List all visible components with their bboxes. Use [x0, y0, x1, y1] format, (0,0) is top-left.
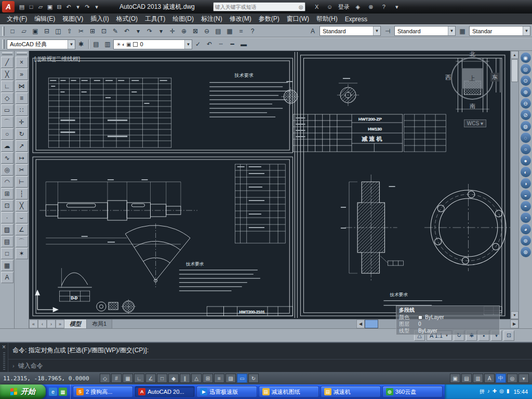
horizontal-scroll-thumb[interactable] — [365, 320, 378, 328]
round-tool-icon-18[interactable]: ⊛ — [521, 247, 531, 257]
offset-icon[interactable]: ≡ — [16, 92, 28, 104]
plot-preview-icon[interactable]: ◫ — [52, 25, 64, 36]
save-icon[interactable]: ▣ — [45, 2, 55, 12]
mirror-icon[interactable]: ⋈ — [16, 81, 28, 92]
property-row[interactable]: 颜色 ByLayer — [396, 314, 499, 321]
redo-dropdown-icon[interactable]: ▾ — [155, 25, 167, 36]
coordinates-readout[interactable]: 11.2315, -18.7965, 0.0000 — [3, 375, 99, 382]
break-icon[interactable]: ╳ — [16, 200, 28, 211]
command-close-icon[interactable]: × — [2, 344, 6, 351]
quick-view-drawings-icon[interactable]: ▥ — [473, 374, 483, 383]
open-icon[interactable]: ▱ — [18, 25, 30, 36]
dynamic-input-icon[interactable]: ⊞ — [203, 374, 213, 383]
help-icon[interactable]: ? — [247, 25, 258, 36]
taskbar-window-button[interactable]: ◍ 360云盘 — [382, 386, 443, 397]
round-tool-icon-15[interactable]: ◔ — [521, 212, 531, 223]
lineweight-toggle-icon[interactable]: ≡ — [214, 374, 224, 383]
designcenter-icon[interactable]: ▦ — [224, 25, 235, 36]
combo-arrow-icon[interactable]: ▼ — [184, 40, 192, 49]
linetype-icon[interactable]: ┄ — [215, 39, 227, 50]
chamfer-icon[interactable]: ∠ — [16, 224, 28, 235]
table-style-icon[interactable]: ▦ — [457, 25, 468, 36]
menu-item[interactable]: 绘图(D) — [169, 14, 197, 24]
menu-item[interactable]: 窗口(W) — [283, 14, 313, 24]
menu-item[interactable]: 工具(T) — [141, 14, 169, 24]
menu-item[interactable]: 参数(P) — [255, 14, 283, 24]
region-icon[interactable]: □ — [1, 248, 14, 259]
quick-properties-icon[interactable]: ▭ — [237, 374, 247, 383]
match-properties-icon[interactable]: ✎ — [110, 25, 121, 36]
style-combo[interactable]: Standard ▼ — [320, 26, 381, 36]
make-block-icon[interactable]: ⊡ — [1, 200, 14, 211]
publish-icon[interactable]: ⇧ — [64, 25, 75, 36]
menu-item[interactable]: 标注(N) — [197, 14, 226, 24]
style-combo[interactable]: Standard ▼ — [394, 26, 456, 36]
break-at-point-icon[interactable]: ┆ — [16, 188, 28, 200]
cut-icon[interactable]: ✂ — [75, 25, 87, 36]
explode-icon[interactable]: ✶ — [16, 248, 28, 259]
taskbar-window-button[interactable]: S 2 搜狗高... — [73, 386, 133, 397]
combo-arrow-icon[interactable]: ▼ — [373, 26, 380, 35]
plot-icon[interactable]: ⊟ — [41, 25, 52, 36]
search-input[interactable] — [215, 4, 299, 10]
gradient-icon[interactable]: ▤ — [1, 236, 14, 247]
property-value[interactable]: 0 — [418, 321, 421, 327]
round-tool-icon-13[interactable]: ◒ — [521, 190, 531, 200]
plot-style-icon[interactable]: ▬ — [238, 39, 249, 50]
menu-item[interactable]: 插入(I) — [87, 14, 112, 24]
layer-properties-icon[interactable]: ▤ — [90, 39, 102, 50]
move-icon[interactable]: ✛ — [16, 116, 28, 128]
arc-icon[interactable]: ⌒ — [1, 116, 14, 128]
round-tool-icon-5[interactable]: ⊖ — [521, 98, 531, 109]
communication-center-icon[interactable]: ◈ — [353, 2, 363, 12]
isolate-objects-icon[interactable]: ◎ — [507, 374, 517, 383]
scale-icon[interactable]: ↗ — [16, 140, 28, 152]
tab-next-icon[interactable]: › — [47, 320, 56, 328]
round-tool-icon-8[interactable]: ◌ — [521, 132, 531, 143]
property-row[interactable]: 图层 0 — [396, 321, 499, 327]
fillet-icon[interactable]: ⌒ — [16, 236, 28, 247]
model-space-canvas[interactable]: 技术要求 — [29, 51, 510, 319]
make-object-layer-current-icon[interactable]: ✓ — [192, 39, 204, 50]
combo-arrow-icon[interactable]: ▼ — [68, 40, 75, 49]
quick-properties-panel[interactable]: 多段线 颜色 ByLayer 图层 0 线型 ByLayer — [396, 305, 500, 335]
grid-display-icon[interactable]: ▦ — [123, 374, 133, 383]
round-tool-icon-17[interactable]: ⊚ — [521, 235, 531, 246]
join-icon[interactable]: ⌣ — [16, 212, 28, 223]
round-tool-icon-11[interactable]: ◐ — [521, 167, 531, 177]
object-snap-icon[interactable]: □ — [157, 374, 167, 383]
rectangle-icon[interactable]: ▭ — [1, 104, 14, 116]
clean-screen-icon[interactable]: ⊡ — [503, 330, 514, 341]
properties-icon[interactable]: ▤ — [212, 25, 224, 36]
round-tool-icon-9[interactable]: ○ — [521, 144, 531, 154]
show-desktop-icon[interactable]: ▦ — [59, 388, 67, 396]
autocad-logo[interactable]: A — [2, 1, 15, 12]
undo-dropdown-icon[interactable]: ▾ — [132, 25, 144, 36]
app-menu-icon[interactable]: ▤ — [17, 2, 26, 12]
copy-icon[interactable]: » — [16, 69, 28, 80]
undo-icon[interactable]: ↶ — [64, 2, 73, 12]
object-snap-tracking-icon[interactable]: ∥ — [180, 374, 190, 383]
help-icon[interactable]: ? — [379, 2, 389, 12]
property-value[interactable]: ByLayer — [425, 314, 444, 320]
revision-cloud-icon[interactable]: ☁ — [1, 140, 14, 152]
menu-item[interactable]: 帮助(H) — [313, 14, 341, 24]
taskbar-window-button[interactable]: ▤ 减速机图纸 — [259, 386, 319, 397]
plot-icon[interactable]: ⊟ — [55, 2, 64, 12]
start-button[interactable]: 开始 — [0, 384, 46, 399]
copy-icon[interactable]: ⊞ — [87, 25, 98, 36]
pan-icon[interactable]: ✛ — [167, 25, 178, 36]
search-icon[interactable]: ◎ — [299, 4, 303, 10]
redo-icon[interactable]: ↷ — [144, 25, 155, 36]
ellipse-arc-icon[interactable]: ◠ — [1, 176, 14, 188]
snap-mode-icon[interactable]: # — [111, 374, 122, 383]
rotate-icon[interactable]: ↻ — [16, 128, 28, 140]
dynamic-ucs-icon[interactable]: △ — [191, 374, 202, 383]
ellipse-icon[interactable]: ◎ — [1, 164, 14, 176]
paste-icon[interactable]: ⊡ — [98, 25, 110, 36]
clock[interactable]: 15:44 — [513, 389, 528, 395]
construction-line-icon[interactable]: ╳ — [1, 69, 14, 80]
scroll-up-icon[interactable]: ▲ — [511, 51, 518, 59]
viewcube-north[interactable]: 北 — [470, 51, 475, 58]
style-combo[interactable]: Standar ▼ — [469, 26, 530, 36]
